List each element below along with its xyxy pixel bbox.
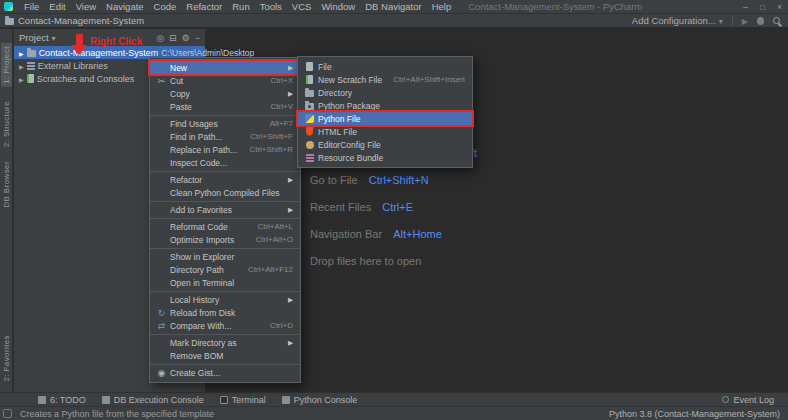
folder-icon	[27, 50, 36, 57]
menu-item-replace-in-path[interactable]: Replace in Path... Ctrl+Shift+R	[150, 143, 300, 156]
menu-item-show-in-explorer[interactable]: Show in Explorer	[150, 250, 300, 263]
event-log-button[interactable]: Event Log	[722, 395, 774, 405]
tool-button-structure[interactable]: 2: Structure	[2, 101, 11, 147]
debug-button[interactable]	[757, 17, 764, 25]
scratches-icon	[27, 74, 34, 83]
submenu-item-directory[interactable]: Directory	[298, 86, 472, 99]
menu-item-local-history[interactable]: Local History ▶	[150, 293, 300, 306]
tool-tab-db-execution-console[interactable]: DB Execution Console	[102, 395, 204, 405]
minimize-button[interactable]: –	[737, 0, 754, 13]
menu-item-compare-with[interactable]: Compare With... Ctrl+D	[150, 319, 300, 332]
tool-button-favorites[interactable]: 2: Favorites	[2, 335, 11, 382]
new-submenu: File New Scratch File Ctrl+Alt+Shift+Ins…	[297, 56, 473, 168]
tool-button-db-browser[interactable]: DB Browser	[2, 161, 11, 208]
project-panel-header: Project	[14, 29, 205, 46]
menu-code[interactable]: Code	[149, 1, 182, 12]
submenu-item-new-scratch-file[interactable]: New Scratch File Ctrl+Alt+Shift+Insert	[298, 73, 472, 86]
hide-panel-icon[interactable]	[195, 33, 200, 43]
menu-separator	[150, 248, 300, 249]
menu-item-find-in-path[interactable]: Find in Path... Ctrl+Shift+F	[150, 130, 300, 143]
pycharm-logo-icon	[4, 2, 13, 11]
tool-button-project[interactable]: 1: Project	[1, 43, 12, 87]
hint-navigation-bar: Navigation Bar Alt+Home	[310, 221, 477, 248]
menu-item-reload-from-disk[interactable]: Reload from Disk	[150, 306, 300, 319]
menu-item-find-usages[interactable]: Find Usages Alt+F7	[150, 117, 300, 130]
tree-item-path: C:\Users\Admin\Desktop	[161, 48, 254, 58]
todo-icon	[38, 396, 46, 404]
event-log-icon	[722, 396, 729, 403]
menu-view[interactable]: View	[71, 1, 101, 12]
submenu-item-editorconfig-file[interactable]: EditorConfig File	[298, 138, 472, 151]
terminal-icon	[220, 396, 228, 404]
menu-separator	[150, 218, 300, 219]
search-everywhere-icon[interactable]	[773, 17, 780, 24]
menu-item-cut[interactable]: Cut Ctrl+X	[150, 74, 300, 87]
chevron-right-icon[interactable]	[19, 61, 24, 71]
menu-edit[interactable]: Edit	[44, 1, 70, 12]
submenu-arrow-icon: ▶	[288, 64, 293, 72]
menu-bar: File Edit View Navigate Code Refactor Ru…	[0, 0, 788, 14]
submenu-item-resource-bundle[interactable]: Resource Bundle	[298, 151, 472, 164]
collapse-all-icon[interactable]	[169, 33, 177, 43]
submenu-item-python-package[interactable]: Python Package	[298, 99, 472, 112]
editorconfig-icon	[306, 141, 314, 149]
resource-bundle-icon	[306, 154, 314, 162]
menu-item-reformat-code[interactable]: Reformat Code Ctrl+Alt+L	[150, 220, 300, 233]
python-package-icon	[305, 103, 314, 110]
run-button[interactable]	[742, 15, 748, 26]
scratch-file-icon	[306, 75, 313, 84]
menu-vcs[interactable]: VCS	[287, 1, 317, 12]
menu-item-refactor[interactable]: Refactor ▶	[150, 173, 300, 186]
menu-item-remove-bom[interactable]: Remove BOM	[150, 349, 300, 362]
menu-window[interactable]: Window	[316, 1, 360, 12]
menu-db-navigator[interactable]: DB Navigator	[360, 1, 427, 12]
menu-file[interactable]: File	[19, 1, 44, 12]
menu-separator	[150, 171, 300, 172]
menu-separator	[150, 364, 300, 365]
hint-drop-files: Drop files here to open	[310, 248, 477, 275]
window-title: Contact-Management-System - PyCharm	[468, 1, 642, 12]
menu-run[interactable]: Run	[227, 1, 254, 12]
menu-refactor[interactable]: Refactor	[181, 1, 227, 12]
close-button[interactable]: ×	[771, 0, 788, 13]
toolbar-divider	[732, 16, 733, 26]
chevron-right-icon[interactable]	[19, 48, 24, 58]
tool-tab-terminal[interactable]: Terminal	[220, 395, 266, 405]
menu-item-new[interactable]: New ▶	[150, 61, 300, 74]
tool-window-switcher-icon[interactable]	[3, 409, 12, 418]
menu-item-inspect-code[interactable]: Inspect Code...	[150, 156, 300, 169]
tool-tab-todo[interactable]: 6: TODO	[38, 395, 86, 405]
submenu-item-html-file[interactable]: HTML File	[298, 125, 472, 138]
submenu-arrow-icon: ▶	[288, 176, 293, 184]
menu-help[interactable]: Help	[427, 1, 457, 12]
status-bar: Creates a Python file from the specified…	[0, 406, 788, 420]
chevron-right-icon[interactable]	[19, 74, 24, 84]
menu-item-directory-path[interactable]: Directory Path Ctrl+Alt+F12	[150, 263, 300, 276]
menu-item-open-in-terminal[interactable]: Open in Terminal	[150, 276, 300, 289]
status-message: Creates a Python file from the specified…	[20, 409, 214, 419]
tree-item-label: External Libraries	[38, 61, 108, 71]
menu-navigate[interactable]: Navigate	[101, 1, 149, 12]
window-controls: – □ ×	[737, 0, 788, 13]
menu-item-paste[interactable]: Paste Ctrl+V	[150, 100, 300, 113]
menu-item-optimize-imports[interactable]: Optimize Imports Ctrl+Alt+O	[150, 233, 300, 246]
locate-file-icon[interactable]	[156, 33, 164, 43]
menu-item-clean-python-compiled-files[interactable]: Clean Python Compiled Files	[150, 186, 300, 199]
menu-tools[interactable]: Tools	[255, 1, 287, 12]
python-interpreter-widget[interactable]: Python 3.8 (Contact-Management-System)	[609, 409, 780, 419]
submenu-item-python-file[interactable]: Python File	[298, 112, 472, 125]
tool-tab-python-console[interactable]: Python Console	[282, 395, 358, 405]
add-configuration-button[interactable]: Add Configuration...	[632, 15, 723, 26]
menu-item-mark-directory-as[interactable]: Mark Directory as ▶	[150, 336, 300, 349]
breadcrumb[interactable]: Contact-Management-System	[18, 15, 144, 26]
left-tool-stripe: 1: Project 2: Structure DB Browser 2: Fa…	[0, 29, 13, 392]
project-view-selector[interactable]: Project	[19, 32, 56, 43]
submenu-arrow-icon: ▶	[288, 206, 293, 214]
db-console-icon	[102, 396, 110, 404]
maximize-button[interactable]: □	[754, 0, 771, 13]
menu-item-add-to-favorites[interactable]: Add to Favorites ▶	[150, 203, 300, 216]
settings-gear-icon[interactable]	[182, 33, 190, 43]
menu-item-create-gist[interactable]: Create Gist...	[150, 366, 300, 379]
menu-item-copy[interactable]: Copy ▶	[150, 87, 300, 100]
submenu-item-file[interactable]: File	[298, 60, 472, 73]
